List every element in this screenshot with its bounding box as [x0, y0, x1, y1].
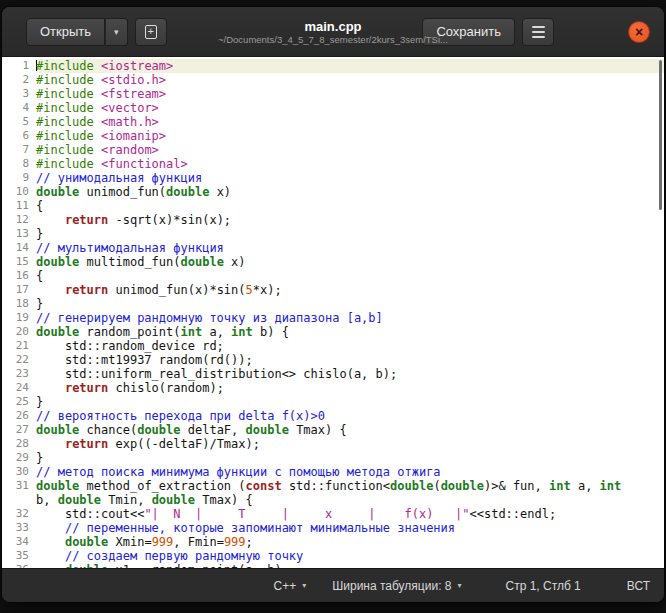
code-line[interactable]: 29}	[2, 451, 664, 465]
line-number: 36	[2, 563, 36, 568]
code-line[interactable]: 19// генерируем рандомную точку из диапа…	[2, 311, 664, 325]
insert-mode-label: ВСТ	[627, 579, 650, 593]
code-line[interactable]: 4#include <vector>	[2, 101, 664, 115]
line-number: 4	[2, 101, 36, 115]
code-line[interactable]: 12 return -sqrt(x)*sin(x);	[2, 213, 664, 227]
code-line[interactable]: 20double random_point(int a, int b) {	[2, 325, 664, 339]
line-number: 20	[2, 325, 36, 339]
language-selector[interactable]: C++ ▾	[274, 579, 307, 593]
code-line[interactable]: 23 std::uniform_real_distribution<> chis…	[2, 367, 664, 381]
cursor-position-label: Стр 1, Стлб 1	[506, 579, 581, 593]
line-number: 11	[2, 199, 36, 213]
line-number: 16	[2, 269, 36, 283]
code-line[interactable]: 16{	[2, 269, 664, 283]
code-text: #include <iostream>	[36, 59, 173, 73]
code-line[interactable]: 27double chance(double deltaF, double Tm…	[2, 423, 664, 437]
line-number: 21	[2, 339, 36, 353]
window-title-box: main.cpp ~/Documents/3_4_5_7_8_semester/…	[218, 18, 448, 45]
chevron-down-icon: ▾	[457, 581, 461, 590]
code-line[interactable]: 22 std::mt19937 random(rd());	[2, 353, 664, 367]
line-number: 8	[2, 157, 36, 171]
code-text: }	[36, 395, 43, 409]
line-number: 26	[2, 409, 36, 423]
code-line[interactable]: 1#include <iostream>	[2, 59, 664, 73]
code-line[interactable]: 5#include <math.h>	[2, 115, 664, 129]
code-line[interactable]: 26// вероятность перехода при delta f(x)…	[2, 409, 664, 423]
line-number: 13	[2, 227, 36, 241]
code-line[interactable]: 14// мультимодальная функция	[2, 241, 664, 255]
menu-button[interactable]	[522, 18, 554, 46]
code-line[interactable]: 21 std::random_device rd;	[2, 339, 664, 353]
line-number: 23	[2, 367, 36, 381]
code-text: // генерируем рандомную точку из диапазо…	[36, 311, 383, 325]
line-number: 3	[2, 87, 36, 101]
code-text: // переменные, которые запоминают минима…	[36, 521, 455, 535]
code-line[interactable]: 10double unimod_fun(double x)	[2, 185, 664, 199]
chevron-down-icon: ▾	[302, 581, 306, 590]
code-text: // унимодальная функция	[36, 171, 202, 185]
code-text: std::uniform_real_distribution<> chislo(…	[36, 367, 397, 381]
code-text: return chislo(random);	[36, 381, 224, 395]
tab-width-selector[interactable]: Ширина табуляции: 8 ▾	[332, 579, 461, 593]
line-number: 22	[2, 353, 36, 367]
code-text: }	[36, 227, 43, 241]
code-line[interactable]: 36 double x1 = random_point(a, b);	[2, 563, 664, 568]
code-line[interactable]: 31double method_of_extraction (const std…	[2, 479, 664, 493]
new-document-button[interactable]: +	[135, 18, 167, 46]
line-number: 5	[2, 115, 36, 129]
code-line[interactable]: 2#include <stdio.h>	[2, 73, 664, 87]
code-line[interactable]: b, double Tmin, double Tmax) {	[2, 493, 664, 507]
code-line[interactable]: 35 // создаем первую рандомную точку	[2, 549, 664, 563]
code-text: std::random_device rd;	[36, 339, 224, 353]
line-number: 34	[2, 535, 36, 549]
code-line[interactable]: 25}	[2, 395, 664, 409]
code-text: #include <functional>	[36, 157, 188, 171]
statusbar: C++ ▾ Ширина табуляции: 8 ▾ Стр 1, Стлб …	[2, 568, 664, 602]
code-line[interactable]: 7#include <random>	[2, 143, 664, 157]
code-text: #include <math.h>	[36, 115, 159, 129]
chevron-down-icon: ▾	[114, 27, 119, 37]
cursor-position[interactable]: Стр 1, Стлб 1	[506, 579, 581, 593]
code-text: double method_of_extraction (const std::…	[36, 479, 621, 493]
code-line[interactable]: 15double multimod_fun(double x)	[2, 255, 664, 269]
code-line[interactable]: 17 return unimod_fun(x)*sin(5*x);	[2, 283, 664, 297]
code-line[interactable]: 28 return exp((-deltaF)/Tmax);	[2, 437, 664, 451]
code-text: // вероятность перехода при delta f(x)>0	[36, 409, 325, 423]
code-line[interactable]: 24 return chislo(random);	[2, 381, 664, 395]
code-text: double random_point(int a, int b) {	[36, 325, 289, 339]
code-text: #include <fstream>	[36, 87, 166, 101]
insert-mode-toggle[interactable]: ВСТ	[627, 579, 650, 593]
line-number: 27	[2, 423, 36, 437]
line-number: 29	[2, 451, 36, 465]
code-line[interactable]: 13}	[2, 227, 664, 241]
tab-width-label: Ширина табуляции: 8	[332, 579, 451, 593]
code-line[interactable]: 3#include <fstream>	[2, 87, 664, 101]
close-window-button[interactable]: ×	[628, 21, 650, 43]
titlebar[interactable]: Открыть ▾ + main.cpp ~/Documents/3_4_5_7…	[2, 7, 664, 57]
line-number: 9	[2, 171, 36, 185]
hamburger-icon	[532, 26, 545, 38]
line-number: 25	[2, 395, 36, 409]
code-text: double unimod_fun(double x)	[36, 185, 231, 199]
code-text: return exp((-deltaF)/Tmax);	[36, 437, 260, 451]
open-button[interactable]: Открыть	[26, 18, 105, 46]
line-number: 18	[2, 297, 36, 311]
code-text: #include <iomanip>	[36, 129, 166, 143]
code-line[interactable]: 33 // переменные, которые запоминают мин…	[2, 521, 664, 535]
text-editor[interactable]: 1#include <iostream>2#include <stdio.h>3…	[2, 57, 664, 568]
code-line[interactable]: 8#include <functional>	[2, 157, 664, 171]
code-line[interactable]: 9// унимодальная функция	[2, 171, 664, 185]
save-button[interactable]: Сохранить	[422, 18, 515, 46]
code-line[interactable]: 6#include <iomanip>	[2, 129, 664, 143]
code-line[interactable]: 30// метод поиска минимума функции с пом…	[2, 465, 664, 479]
line-number: 35	[2, 549, 36, 563]
code-line[interactable]: 34 double Xmin=999, Fmin=999;	[2, 535, 664, 549]
code-line[interactable]: 32 std::cout<<"| N | T | x | f(x) |"<<st…	[2, 507, 664, 521]
code-line[interactable]: 11{	[2, 199, 664, 213]
line-number: 19	[2, 311, 36, 325]
open-dropdown-button[interactable]: ▾	[105, 18, 128, 46]
vertical-scrollbar[interactable]	[659, 60, 662, 210]
code-line[interactable]: 18}	[2, 297, 664, 311]
line-number: 15	[2, 255, 36, 269]
line-number: 30	[2, 465, 36, 479]
